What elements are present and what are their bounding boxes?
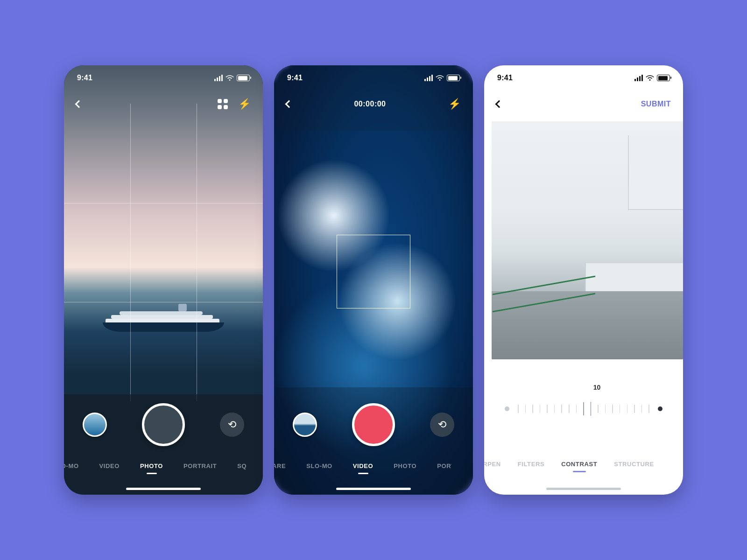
- flash-toggle[interactable]: ⚡: [448, 99, 461, 109]
- mode-square[interactable]: SQUARE: [237, 462, 246, 469]
- brightness-high-icon: [656, 405, 664, 413]
- mode-video[interactable]: VIDEO: [99, 462, 120, 469]
- gallery-grid-button[interactable]: [218, 99, 228, 109]
- mode-portrait[interactable]: PORTRAIT: [183, 462, 217, 469]
- gallery-thumbnail[interactable]: [83, 413, 107, 437]
- submit-button[interactable]: SUBMIT: [641, 100, 671, 108]
- contrast-slider[interactable]: 10: [503, 393, 664, 418]
- top-nav: ⚡: [64, 91, 263, 118]
- cellular-icon: [213, 75, 223, 81]
- edit-tool-tabs[interactable]: SHARPEN FILTERS CONTRAST STRUCTURE WARMT…: [484, 454, 663, 474]
- slider-value: 10: [593, 384, 601, 391]
- mode-photo[interactable]: PHOTO: [394, 462, 416, 469]
- back-button[interactable]: [76, 101, 82, 107]
- slider-center-tick: [583, 402, 584, 415]
- camera-photo-screen: 9:41 ⚡ ⟲ SLO-MO VIDEO PHOTO PORTRAIT SQU…: [64, 65, 263, 495]
- camera-video-screen: 9:41 00:00:00 ⚡ ⟲ SQUARE SLO-MO VIDEO PH…: [274, 65, 473, 495]
- swap-camera-button[interactable]: ⟲: [430, 413, 454, 437]
- slider-handle[interactable]: [591, 402, 592, 416]
- brightness-low-icon: [503, 405, 511, 413]
- battery-icon: [237, 75, 250, 81]
- tab-structure[interactable]: STRUCTURE: [614, 461, 654, 468]
- status-bar: 9:41: [484, 65, 683, 91]
- tab-sharpen[interactable]: SHARPEN: [484, 461, 501, 468]
- gallery-thumbnail[interactable]: [293, 413, 317, 437]
- cellular-icon: [634, 75, 643, 81]
- top-nav: 00:00:00 ⚡: [274, 91, 473, 118]
- mode-slo-mo[interactable]: SLO-MO: [306, 462, 332, 469]
- capture-controls: ⟲: [64, 399, 263, 450]
- tab-contrast[interactable]: CONTRAST: [561, 461, 597, 468]
- status-time: 9:41: [497, 74, 513, 82]
- mode-video[interactable]: VIDEO: [353, 462, 373, 469]
- slider-track[interactable]: [503, 402, 664, 415]
- status-indicators: [213, 75, 250, 81]
- home-indicator[interactable]: [546, 488, 621, 490]
- editor-controls: 10: [484, 373, 683, 459]
- swap-camera-button[interactable]: ⟲: [220, 413, 244, 437]
- mode-photo[interactable]: PHOTO: [140, 462, 163, 469]
- home-indicator[interactable]: [336, 488, 411, 490]
- chevron-left-icon: [75, 100, 83, 108]
- mode-selector[interactable]: SQUARE SLO-MO VIDEO PHOTO PORTRAIT: [274, 456, 451, 475]
- mode-portrait[interactable]: PORTRAIT: [437, 462, 451, 469]
- cellular-icon: [423, 75, 433, 81]
- status-bar: 9:41: [64, 65, 263, 91]
- mode-selector[interactable]: SLO-MO VIDEO PHOTO PORTRAIT SQUARE: [64, 456, 246, 475]
- wifi-icon: [226, 75, 234, 81]
- record-button[interactable]: [352, 403, 395, 446]
- back-button[interactable]: [496, 101, 502, 107]
- photo-editor-screen: 9:41 SUBMIT 10 SHARP: [484, 65, 683, 495]
- wifi-icon: [646, 75, 654, 81]
- battery-icon: [447, 75, 460, 81]
- record-timer: 00:00:00: [292, 100, 448, 108]
- photo-preview: [492, 121, 683, 359]
- shutter-button[interactable]: [142, 403, 185, 446]
- battery-icon: [657, 75, 670, 81]
- focus-indicator[interactable]: [337, 235, 410, 308]
- tab-filters[interactable]: FILTERS: [518, 461, 544, 468]
- status-indicators: [634, 75, 670, 81]
- capture-controls: ⟲: [274, 399, 473, 450]
- chevron-left-icon: [495, 100, 503, 108]
- back-button[interactable]: [286, 101, 292, 107]
- status-time: 9:41: [287, 74, 303, 82]
- top-nav: SUBMIT: [484, 91, 683, 118]
- swap-icon: ⟲: [438, 419, 446, 431]
- mode-slo-mo[interactable]: SLO-MO: [64, 462, 79, 469]
- flash-toggle[interactable]: ⚡: [238, 99, 251, 109]
- wifi-icon: [436, 75, 444, 81]
- status-indicators: [423, 75, 460, 81]
- mode-square[interactable]: SQUARE: [274, 462, 286, 469]
- status-bar: 9:41: [274, 65, 473, 91]
- home-indicator[interactable]: [126, 488, 201, 490]
- viewfinder-subject: [103, 306, 224, 332]
- swap-icon: ⟲: [228, 419, 236, 431]
- status-time: 9:41: [77, 74, 92, 82]
